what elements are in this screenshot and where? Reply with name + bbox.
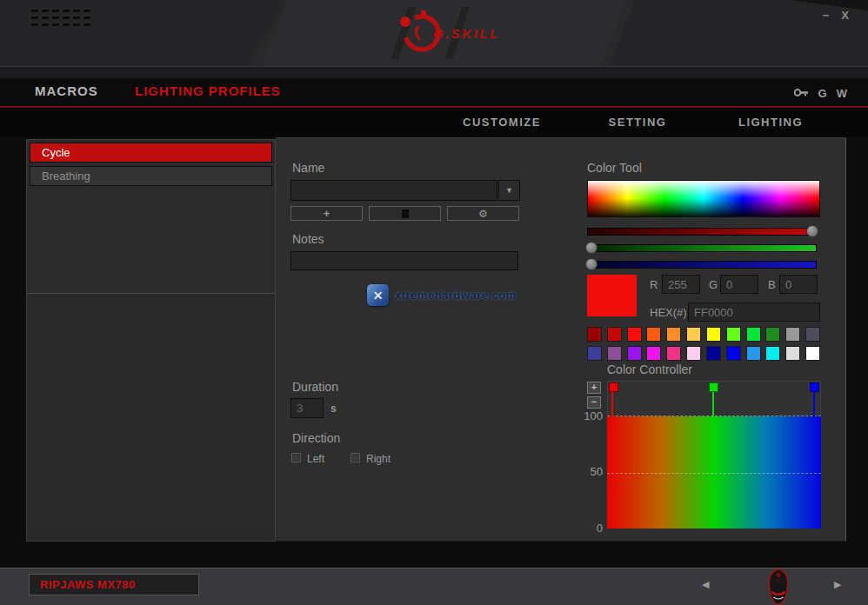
color-swatch[interactable] [706, 327, 721, 342]
g-label: G [709, 278, 718, 291]
duration-input[interactable] [290, 398, 324, 418]
gradient-stop-marker-blue[interactable] [810, 382, 819, 392]
axis-label-50: 50 [571, 465, 603, 478]
svg-text:G.SKILL: G.SKILL [433, 26, 500, 41]
profile-name-input[interactable] [290, 180, 497, 201]
color-swatch[interactable] [587, 327, 602, 342]
close-button[interactable]: X [841, 9, 849, 22]
trash-icon [402, 209, 409, 218]
r-value-input[interactable] [662, 275, 700, 294]
color-controller-title: Color Controller [607, 362, 692, 376]
green-slider[interactable] [587, 242, 817, 254]
gradient-timeline[interactable] [607, 381, 821, 529]
w-button[interactable]: W [837, 87, 847, 100]
sub-tab-bar: CUSTOMIZE SETTING LIGHTING [0, 108, 868, 137]
color-swatch[interactable] [785, 346, 800, 361]
gear-icon: ⚙ [478, 208, 488, 220]
main-tab-bar: MACROS LIGHTING PROFILES G W [0, 78, 868, 106]
name-dropdown-button[interactable]: ▼ [498, 180, 520, 201]
blue-slider-handle[interactable] [585, 258, 598, 270]
axis-label-100: 100 [571, 409, 603, 422]
red-slider[interactable] [587, 225, 817, 237]
tab-customize[interactable]: CUSTOMIZE [463, 116, 541, 129]
direction-left-checkbox[interactable] [291, 453, 301, 462]
green-slider-track[interactable] [587, 244, 817, 252]
device-name-box: RIPJAWS MX780 [29, 574, 199, 595]
blue-slider[interactable] [587, 258, 817, 270]
direction-label: Direction [292, 431, 340, 445]
watermark-x-icon: ✕ [367, 284, 389, 306]
app-window: G.SKILL − X MACROS LIGHTING PROFILES G W… [0, 0, 868, 605]
color-swatch[interactable] [726, 327, 741, 342]
r-label: R [650, 278, 658, 291]
duration-unit-label: s [331, 402, 337, 415]
hex-label: HEX(#) [650, 306, 687, 319]
remove-stop-button[interactable]: − [587, 396, 601, 409]
color-swatch[interactable] [746, 346, 761, 361]
color-swatch[interactable] [805, 327, 820, 342]
chevron-down-icon: ▼ [505, 186, 513, 195]
gskill-logo: G.SKILL [381, 7, 511, 61]
b-value-input[interactable] [779, 275, 818, 294]
color-swatch[interactable] [765, 346, 780, 361]
tab-lighting[interactable]: LIGHTING [738, 116, 803, 129]
notes-input[interactable] [290, 251, 518, 270]
color-swatch[interactable] [587, 346, 602, 361]
tab-macros[interactable]: MACROS [35, 83, 98, 98]
color-swatch[interactable] [726, 346, 741, 361]
gradient-stop-line [712, 392, 714, 417]
color-swatch[interactable] [646, 346, 661, 361]
add-stop-button[interactable]: + [587, 382, 601, 394]
profile-list-lower-area [27, 293, 275, 541]
header-shadow-band [0, 66, 868, 78]
mouse-device-icon[interactable] [763, 566, 794, 605]
minimize-button[interactable]: − [823, 9, 830, 22]
direction-right-checkbox[interactable] [351, 453, 360, 462]
prev-device-arrow[interactable]: ◀ [702, 579, 709, 590]
hex-value-input[interactable] [688, 302, 820, 322]
color-swatch[interactable] [765, 327, 780, 342]
delete-profile-button[interactable] [369, 206, 441, 221]
watermark-text: xtremehardware.com [395, 289, 517, 302]
add-profile-button[interactable]: + [290, 206, 363, 221]
green-slider-handle[interactable] [585, 242, 598, 254]
swatch-row [587, 346, 820, 361]
red-slider-handle[interactable] [806, 225, 818, 237]
color-swatch[interactable] [607, 346, 622, 361]
color-swatch[interactable] [607, 327, 622, 342]
red-slider-track[interactable] [587, 228, 817, 236]
color-swatch[interactable] [666, 346, 681, 361]
color-swatch[interactable] [627, 327, 642, 342]
gradient-stop-marker-red[interactable] [609, 382, 618, 392]
color-spectrum-picker[interactable] [587, 180, 820, 217]
g-button[interactable]: G [818, 87, 827, 100]
vent-grill-icon [31, 10, 91, 29]
color-swatch[interactable] [706, 346, 721, 361]
key-icon[interactable] [794, 85, 809, 101]
g-value-input[interactable] [720, 275, 758, 294]
title-bar: G.SKILL − X [0, 0, 868, 78]
gradient-stop-strip[interactable] [607, 381, 821, 416]
gradient-intensity-area[interactable] [607, 416, 821, 529]
swatch-row [587, 327, 820, 342]
blue-slider-track[interactable] [587, 261, 817, 269]
color-swatch[interactable] [646, 327, 661, 342]
plus-icon: + [324, 207, 331, 220]
tab-lighting-profiles[interactable]: LIGHTING PROFILES [135, 83, 281, 98]
color-swatch[interactable] [746, 327, 761, 342]
direction-left-label: Left [307, 453, 324, 465]
color-swatch[interactable] [666, 327, 681, 342]
direction-right-label: Right [366, 453, 391, 465]
color-swatch[interactable] [627, 346, 642, 361]
profile-item-breathing[interactable]: Breathing [30, 166, 272, 186]
color-swatch[interactable] [686, 327, 701, 342]
profile-item-cycle[interactable]: Cycle [30, 143, 272, 163]
profile-settings-button[interactable]: ⚙ [447, 206, 519, 221]
gradient-stop-marker-green[interactable] [709, 382, 718, 392]
color-swatch[interactable] [805, 346, 820, 361]
tab-setting[interactable]: SETTING [609, 116, 667, 129]
device-name: RIPJAWS MX780 [40, 578, 136, 591]
next-device-arrow[interactable]: ▶ [834, 579, 841, 590]
color-swatch[interactable] [785, 327, 800, 342]
color-swatch[interactable] [686, 346, 701, 361]
